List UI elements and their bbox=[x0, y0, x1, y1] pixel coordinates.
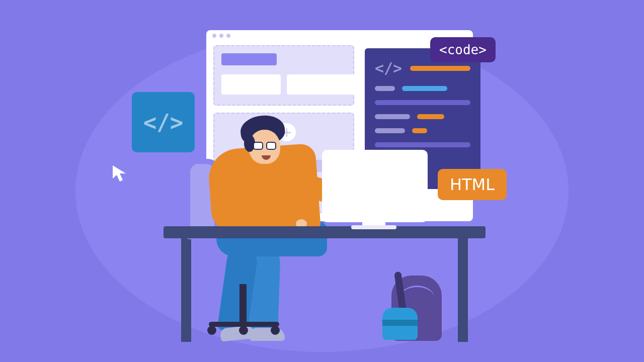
backpack-band bbox=[382, 320, 418, 326]
code-line bbox=[375, 100, 470, 105]
code-line bbox=[417, 114, 444, 119]
placeholder-box bbox=[221, 74, 281, 95]
chair-wheel-icon bbox=[207, 326, 216, 335]
code-badge: <code> bbox=[430, 37, 496, 62]
chair-post bbox=[239, 284, 247, 324]
glasses-icon bbox=[253, 142, 279, 151]
chair-wheel-icon bbox=[239, 326, 248, 335]
placeholder-box bbox=[287, 74, 362, 95]
code-line bbox=[375, 142, 470, 147]
window-dot-icon bbox=[219, 34, 223, 38]
window-dot-icon bbox=[212, 34, 216, 38]
desk-leg bbox=[181, 236, 191, 342]
code-line bbox=[412, 128, 427, 133]
code-line bbox=[410, 66, 470, 71]
html-badge: HTML bbox=[438, 169, 507, 200]
code-glyph-icon: </> bbox=[375, 59, 402, 77]
chair-wheel-icon bbox=[271, 326, 280, 335]
wireframe-panel-top bbox=[213, 45, 354, 106]
window-dot-icon bbox=[226, 34, 230, 38]
monitor-screen bbox=[322, 150, 428, 222]
backpack bbox=[382, 272, 443, 344]
desk-leg bbox=[458, 236, 468, 342]
code-line bbox=[375, 86, 395, 91]
cursor-icon bbox=[110, 163, 130, 184]
code-line bbox=[402, 86, 447, 91]
code-tile-icon: </> bbox=[132, 92, 195, 152]
code-line bbox=[375, 114, 410, 119]
placeholder-bar bbox=[221, 53, 277, 65]
desk-top bbox=[164, 226, 486, 238]
code-line bbox=[375, 128, 405, 133]
monitor-base bbox=[351, 225, 396, 229]
